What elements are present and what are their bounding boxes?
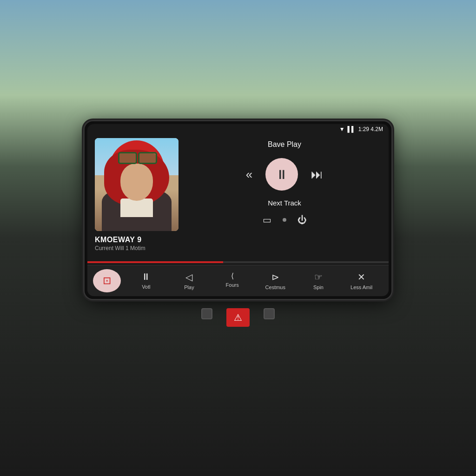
album-art-image — [95, 138, 178, 231]
pause-icon: ⏸ — [275, 167, 288, 182]
hazard-icon: ⚠ — [234, 312, 242, 323]
track-title: KMOEWAY 9 — [95, 236, 145, 244]
controls-section: Bave Play « ⏸ ⏭ Next Tra — [188, 138, 381, 258]
rewind-icon: « — [246, 167, 252, 182]
nav-item-cestmus[interactable]: ⊳ Cestmus — [259, 271, 291, 290]
playback-controls: « ⏸ ⏭ — [246, 158, 323, 191]
cestmus-icon: ⊳ — [271, 271, 279, 283]
fast-forward-icon: ⏭ — [311, 167, 323, 182]
power-button[interactable]: ⏻ — [298, 215, 307, 225]
rewind-button[interactable]: « — [246, 167, 252, 182]
nav-items: ⏸ Votl ◁ Play ⟨ Fours ⊳ Cestmus — [125, 271, 383, 290]
nav-item-fours[interactable]: ⟨ Fours — [216, 271, 249, 290]
bottom-nav: ⊡ ⏸ Votl ◁ Play ⟨ Fours — [87, 265, 389, 296]
play-label: Play — [184, 284, 194, 290]
status-time: 1:29 4.2M — [358, 126, 383, 132]
home-icon: ⊡ — [103, 275, 111, 287]
home-button[interactable]: ⊡ — [93, 269, 121, 292]
progress-bar-fill — [87, 261, 223, 263]
play-icon: ◁ — [185, 271, 192, 283]
track-subtitle: Current Will 1 Motim — [95, 245, 145, 251]
power-icon: ⏻ — [298, 215, 307, 225]
below-screen-controls: ⚠ — [164, 308, 312, 327]
signal-icon: ▌▌ — [348, 126, 356, 132]
pause-button[interactable]: ⏸ — [265, 158, 298, 191]
nav-item-votl[interactable]: ⏸ Votl — [130, 271, 162, 290]
nav-item-play[interactable]: ◁ Play — [173, 271, 205, 290]
next-track-label: Next Track — [268, 199, 301, 207]
main-content: KMOEWAY 9 Current Will 1 Motim Bave Play… — [87, 134, 389, 259]
screen-bezel: ▼ ▌▌ 1:29 4.2M — [85, 121, 391, 299]
nav-item-spin[interactable]: ☞ Spin — [302, 271, 335, 290]
album-art-section: KMOEWAY 9 Current Will 1 Motim — [95, 138, 178, 258]
fours-icon: ⟨ — [231, 271, 234, 280]
album-art — [95, 138, 178, 231]
hazard-button[interactable]: ⚠ — [226, 308, 250, 327]
close-icon: ✕ — [357, 271, 365, 283]
secondary-controls: ▭ ⏻ — [263, 214, 307, 225]
status-bar: ▼ ▌▌ 1:29 4.2M — [87, 124, 389, 134]
track-info: KMOEWAY 9 Current Will 1 Motim — [95, 236, 145, 251]
spin-icon: ☞ — [314, 271, 323, 283]
votl-icon: ⏸ — [141, 271, 151, 282]
list-button[interactable]: ▭ — [263, 214, 271, 225]
progress-bar[interactable] — [87, 261, 389, 263]
less-amil-label: Less Amil — [350, 284, 372, 290]
votl-label: Votl — [142, 284, 150, 290]
dot-indicator — [283, 218, 286, 222]
spin-label: Spin — [313, 284, 324, 290]
list-icon: ▭ — [263, 214, 271, 225]
cestmus-label: Cestmus — [265, 284, 285, 290]
wifi-icon: ▼ — [339, 126, 345, 132]
app-name: Bave Play — [268, 140, 301, 149]
vent-button-right[interactable] — [264, 308, 275, 319]
infotainment-screen: ▼ ▌▌ 1:29 4.2M — [87, 124, 389, 296]
fast-forward-button[interactable]: ⏭ — [311, 167, 323, 182]
nav-item-less-amil[interactable]: ✕ Less Amil — [345, 271, 378, 290]
vent-button-left[interactable] — [201, 308, 212, 319]
fours-label: Fours — [226, 282, 239, 288]
